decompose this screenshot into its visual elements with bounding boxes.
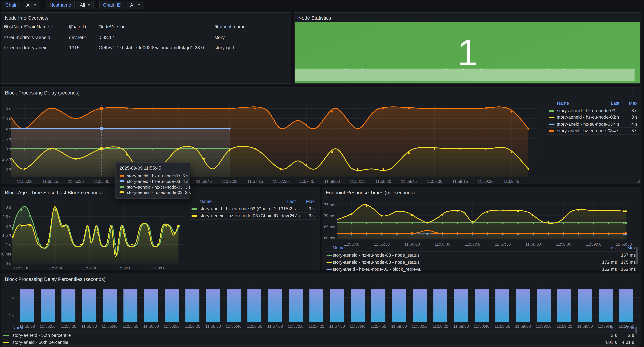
legend-header-max[interactable]: Max	[613, 101, 638, 106]
variable-label[interactable]: Chain	[2, 1, 21, 9]
tooltip-series-swatch	[120, 192, 124, 193]
percentile-bar[interactable]	[475, 289, 488, 322]
legend-divider	[189, 205, 317, 206]
chevron-down-icon	[88, 4, 90, 6]
percentile-bar[interactable]	[144, 289, 158, 322]
variable-label[interactable]: Hostname	[46, 1, 75, 9]
percentile-bar[interactable]	[516, 289, 530, 322]
percentile-bar[interactable]	[82, 289, 96, 322]
variable-label[interactable]: Chain ID	[100, 1, 125, 9]
funnel-icon[interactable]	[214, 25, 218, 29]
legend-series-label[interactable]: story-aneid - 50th percentile	[12, 340, 68, 344]
chart-bpd[interactable]	[1, 101, 543, 183]
percentile-bar[interactable]	[206, 289, 220, 322]
table-header-protocol_name[interactable]: protocol_name	[214, 24, 246, 29]
legend-header-max[interactable]: Max	[610, 325, 634, 330]
tooltip-series-row: story-aneid - hz-eu-node-035 s	[120, 173, 186, 178]
percentile-bar[interactable]	[392, 289, 406, 322]
variable-value-dropdown[interactable]: All	[76, 1, 94, 9]
percentile-bar[interactable]	[619, 289, 633, 322]
panel-menu-icon[interactable]: ⋮	[630, 91, 636, 95]
tooltip-series-row: story-aeneid - hz-eu-node-033 s	[120, 190, 186, 195]
percentile-bar[interactable]	[41, 289, 55, 322]
x-axis-label: 11:59:15	[448, 179, 472, 184]
funnel-icon[interactable]	[69, 25, 73, 29]
y-axis-label: 175 ms	[317, 203, 335, 207]
percentile-bar[interactable]	[599, 289, 613, 322]
legend-max-value: 2 s	[605, 333, 634, 338]
legend-header-max[interactable]: Max	[611, 245, 636, 250]
table-cell: story-aneid	[24, 45, 48, 50]
percentile-bar[interactable]	[165, 289, 179, 322]
legend-max-value: 167 ms	[607, 253, 636, 258]
percentile-bar[interactable]	[268, 289, 282, 322]
percentile-bar[interactable]	[62, 289, 76, 322]
legend-header-max[interactable]: Max	[290, 199, 315, 204]
percentile-bar[interactable]	[495, 289, 509, 322]
tooltip-timestamp: 2025-09-09 11:55:45	[120, 166, 186, 170]
x-axis-label: 11:57:00	[77, 266, 102, 270]
legend-scrollbar[interactable]	[636, 247, 638, 264]
y-axis-label: 160 ms	[317, 236, 335, 240]
x-axis-label: 11:57:30	[268, 179, 293, 184]
percentile-bar[interactable]	[454, 289, 468, 322]
percentile-bar[interactable]	[186, 289, 199, 322]
percentile-bar[interactable]	[434, 289, 448, 322]
variable-value-dropdown[interactable]: All	[22, 1, 40, 9]
percentile-bar[interactable]	[227, 289, 241, 322]
percentile-bar[interactable]	[578, 289, 592, 322]
percentile-bar[interactable]	[289, 289, 302, 322]
legend-series-label[interactable]: story-aeneid - hz-eu-node-03 - node_stat…	[333, 260, 420, 264]
table-header-chainname[interactable]: ChainName↑	[24, 24, 53, 29]
chevron-down-icon	[34, 4, 36, 6]
y-axis-label: 5 s	[0, 106, 11, 111]
funnel-icon[interactable]	[4, 25, 8, 29]
percentile-bar[interactable]	[537, 289, 551, 322]
y-axis-label: 2 s	[0, 167, 11, 171]
percentile-bar[interactable]	[558, 289, 571, 322]
legend-header-name[interactable]: Name	[333, 245, 345, 250]
funnel-icon[interactable]	[98, 25, 103, 29]
table-cell: story	[214, 35, 224, 40]
legend-header-name[interactable]: Name	[12, 325, 24, 330]
table-header-hostnam[interactable]: HostNam	[4, 24, 24, 29]
legend-series-swatch	[192, 208, 197, 210]
sort-asc-icon[interactable]: ↑	[51, 24, 53, 29]
legend-max-value: 4 s	[609, 122, 638, 126]
legend-series-label[interactable]: story-aeneid - hz-eu-node-03 - node_stat…	[333, 253, 420, 258]
legend-header-name[interactable]: Name	[200, 199, 212, 204]
percentile-bar[interactable]	[330, 289, 344, 322]
legend-header-name[interactable]: Name	[557, 101, 569, 106]
funnel-icon[interactable]	[24, 25, 28, 29]
legend-divider	[324, 251, 636, 252]
table-header-nodeversion[interactable]: NodeVersion	[98, 24, 126, 29]
legend-max-value: 5 s	[609, 128, 638, 133]
legend-series-label[interactable]: story-aeneid - 50th percentile	[12, 333, 71, 338]
percentile-bar[interactable]	[103, 289, 117, 322]
percentile-bar[interactable]	[372, 289, 385, 322]
panel-resize-handle[interactable]	[637, 180, 640, 183]
percentile-bar[interactable]	[248, 289, 262, 322]
percentile-bar[interactable]	[413, 289, 427, 322]
percentile-bar[interactable]	[351, 289, 365, 322]
table-cell: story-geth	[214, 45, 236, 50]
legend-series-label[interactable]: story-aneid - hz-eu-node-03 - block_retr…	[333, 266, 422, 272]
table-header-label: protocol_name	[214, 24, 246, 29]
table-row-divider	[0, 43, 290, 43]
chart-percentiles[interactable]	[1, 284, 642, 328]
grafana-dashboard: ChainAllHostnameAllChain IDAll Node Info…	[0, 0, 644, 347]
percentile-bar[interactable]	[20, 289, 34, 322]
percentile-bar[interactable]	[309, 289, 323, 322]
panel-title: Block Processing Delay (seconds)	[5, 90, 80, 96]
x-axis-label: 11:58:00	[111, 266, 136, 270]
legend-divider	[189, 219, 317, 220]
chart-endpoint[interactable]	[322, 196, 641, 246]
legend-divider	[546, 128, 639, 128]
legend-series-label[interactable]: story-aeneid - hz-eu-node-03	[557, 108, 615, 113]
x-axis-label: 11:58:45	[396, 179, 421, 184]
table-header-chainid[interactable]: ChainID	[69, 24, 86, 29]
panel-node-statistics: Node Statistics 1	[294, 12, 641, 84]
tooltip-series-label: story-aneid - hz-eu-node-03	[127, 179, 180, 184]
percentile-bar[interactable]	[123, 289, 137, 322]
variable-value-dropdown[interactable]: All	[126, 1, 144, 9]
